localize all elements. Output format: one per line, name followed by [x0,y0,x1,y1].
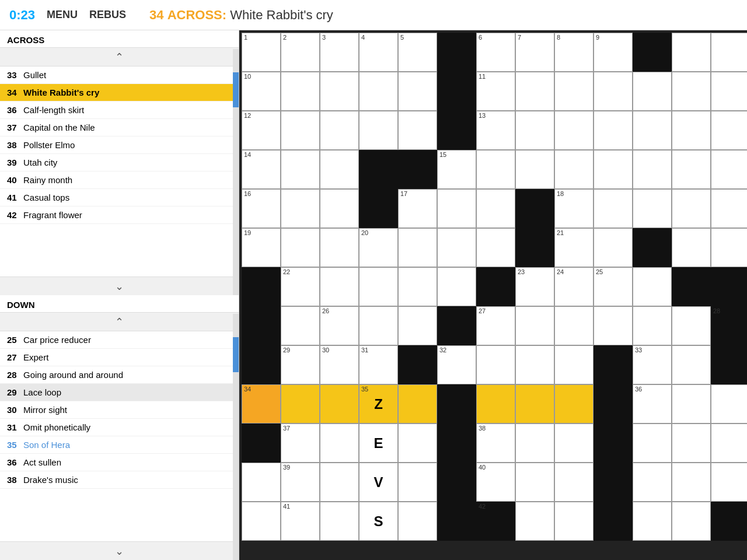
clue-item-29[interactable]: 29 Lace loop [0,384,239,401]
cell-1-11[interactable] [672,72,711,111]
cell-12-2[interactable] [320,502,359,541]
cell-11-2[interactable] [320,463,359,502]
cell-7-2[interactable]: 26 [320,306,359,345]
cell-8-5[interactable]: 32 [437,345,476,384]
cell-10-7[interactable] [515,424,554,463]
clue-item-33[interactable]: 33 Gullet [0,66,239,84]
cell-4-2[interactable] [320,189,359,228]
cell-0-12[interactable] [711,33,747,72]
cell-12-12[interactable] [711,502,747,541]
cell-10-11[interactable] [672,424,711,463]
cell-4-3[interactable] [359,189,398,228]
cell-1-12[interactable] [711,72,747,111]
cell-5-5[interactable] [437,228,476,267]
cell-10-5[interactable] [437,424,476,463]
cell-0-11[interactable] [672,33,711,72]
cell-10-8[interactable] [554,424,594,463]
cell-12-5[interactable] [437,502,476,541]
cell-5-12[interactable] [711,228,747,267]
cell-7-10[interactable] [633,306,672,345]
cell-12-6[interactable]: 42 [476,502,515,541]
cell-10-3[interactable]: E [359,424,398,463]
cell-12-10[interactable] [633,502,672,541]
cell-2-5[interactable] [437,111,476,150]
cell-10-0[interactable] [242,424,281,463]
cell-0-3[interactable]: 4 [359,33,398,72]
cell-10-6[interactable]: 38 [476,424,515,463]
cell-9-1[interactable] [281,384,320,424]
clue-item-39[interactable]: 39 Utah city [0,154,239,172]
cell-5-2[interactable] [320,228,359,267]
cell-7-5[interactable] [437,306,476,345]
cell-8-12[interactable] [711,345,747,384]
cell-0-10[interactable] [633,33,672,72]
cell-11-10[interactable] [633,463,672,502]
cell-2-6[interactable]: 13 [476,111,515,150]
cell-0-4[interactable]: 5 [398,33,437,72]
cell-4-10[interactable] [633,189,672,228]
clue-item-40[interactable]: 40 Rainy month [0,172,239,189]
cell-7-7[interactable] [515,306,554,345]
across-scroll-up[interactable]: ⌃ [0,48,239,66]
cell-9-0[interactable]: 34 [242,384,281,424]
cell-5-9[interactable] [594,228,633,267]
cell-2-10[interactable] [633,111,672,150]
cell-10-9[interactable] [594,424,633,463]
cell-8-11[interactable] [672,345,711,384]
down-scrollbar-thumb[interactable] [233,337,239,372]
clue-item-34[interactable]: 34 White Rabbit's cry [0,84,239,102]
cell-6-3[interactable] [359,267,398,306]
cell-10-4[interactable] [398,424,437,463]
cell-7-9[interactable] [594,306,633,345]
cell-8-1[interactable]: 29 [281,345,320,384]
cell-3-6[interactable] [476,150,515,189]
clue-item-38[interactable]: 38 Drake's music [0,471,239,489]
cell-6-12[interactable] [711,267,747,306]
clue-item-42[interactable]: 42 Fragrant flower [0,206,239,224]
cell-0-9[interactable]: 9 [594,33,633,72]
cell-1-8[interactable] [554,72,594,111]
clue-item-37[interactable]: 37 Capital on the Nile [0,119,239,136]
cell-11-9[interactable] [594,463,633,502]
cell-7-6[interactable]: 27 [476,306,515,345]
cell-5-7[interactable] [515,228,554,267]
cell-6-10[interactable] [633,267,672,306]
cell-4-7[interactable] [515,189,554,228]
cell-10-12[interactable] [711,424,747,463]
cell-8-3[interactable]: 31 [359,345,398,384]
cell-3-11[interactable] [672,150,711,189]
cell-0-1[interactable]: 2 [281,33,320,72]
cell-5-8[interactable]: 21 [554,228,594,267]
clue-item-31[interactable]: 31 Omit phonetically [0,419,239,436]
cell-5-1[interactable] [281,228,320,267]
cell-11-4[interactable] [398,463,437,502]
cell-6-9[interactable]: 25 [594,267,633,306]
cell-11-6[interactable]: 40 [476,463,515,502]
cell-1-1[interactable] [281,72,320,111]
cell-12-0[interactable] [242,502,281,541]
cell-9-6[interactable] [476,384,515,424]
cell-3-0[interactable]: 14 [242,150,281,189]
cell-6-8[interactable]: 24 [554,267,594,306]
rebus-button[interactable]: REBUS [89,9,126,21]
cell-9-7[interactable] [515,384,554,424]
cell-6-0[interactable] [242,267,281,306]
cell-12-8[interactable] [554,502,594,541]
cell-4-4[interactable]: 17 [398,189,437,228]
cell-12-7[interactable] [515,502,554,541]
cell-1-7[interactable] [515,72,554,111]
cell-0-5[interactable] [437,33,476,72]
cell-1-6[interactable]: 11 [476,72,515,111]
cell-12-4[interactable] [398,502,437,541]
cell-1-4[interactable] [398,72,437,111]
cell-2-9[interactable] [594,111,633,150]
cell-5-3[interactable]: 20 [359,228,398,267]
clue-item-30[interactable]: 30 Mirror sight [0,401,239,419]
cell-12-9[interactable] [594,502,633,541]
cell-11-1[interactable]: 39 [281,463,320,502]
cell-11-0[interactable] [242,463,281,502]
cell-9-10[interactable]: 36 [633,384,672,424]
cell-9-12[interactable] [711,384,747,424]
cell-12-11[interactable] [672,502,711,541]
cell-10-2[interactable] [320,424,359,463]
